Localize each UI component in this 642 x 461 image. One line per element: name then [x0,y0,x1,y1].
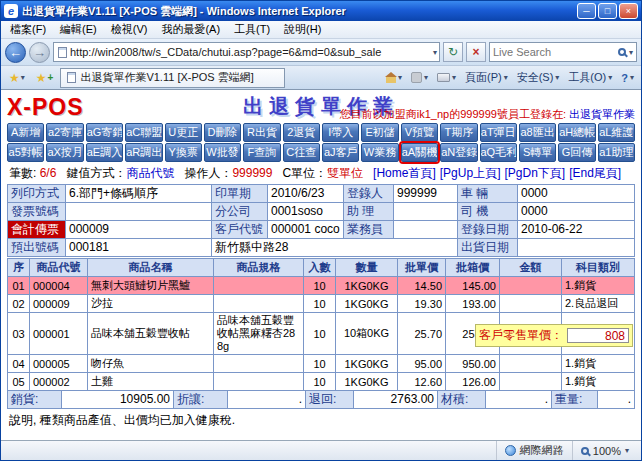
toolbar-button[interactable]: a8匯出 [519,123,556,142]
invoice-no-label: 發票號碼 [8,203,66,221]
search-input[interactable] [493,46,615,58]
toolbar-button[interactable]: aG寄銷 [86,123,123,142]
accounting-voucher-field[interactable]: 000009 [66,221,212,239]
forward-button[interactable]: → [29,42,50,63]
toolbar-button[interactable]: aN登錄 [440,143,477,162]
salesperson-field[interactable] [394,221,458,239]
tab-active[interactable]: 出退貨單作業V1.11 [X-POS 雲端網] [60,68,285,88]
safety-menu-button[interactable]: 安全(S)▾ [514,69,563,86]
address-input[interactable]: http://win2008/tw/s_CData/chutui.asp?pag… [53,42,440,62]
table-row[interactable]: 04 000005 吻仔魚 10 1KG0KG 95.00 950.00 1.銷… [8,355,635,373]
login-date-field[interactable]: 2010-06-22 [518,221,635,239]
toolbar-button[interactable]: aH總帳 [558,123,595,142]
search-icon[interactable] [618,48,626,56]
nav-link[interactable]: [PgDn下頁] [504,166,565,180]
toolbar-button[interactable]: A新增 [7,123,44,142]
tab-title: 出退貨單作業V1.11 [X-POS 雲端網] [80,70,253,85]
toolbar-button[interactable]: aE調入 [86,143,123,162]
refresh-button[interactable]: ↻ [443,42,463,62]
help-button[interactable]: ?▾ [618,71,637,85]
home-button[interactable]: ▾ [383,72,405,84]
discount-value: . [228,391,306,409]
ship-date-field[interactable] [518,239,635,257]
weight-label: 重量: [552,391,598,409]
col-code: 商品代號 [30,259,88,277]
page-menu-button[interactable]: 頁面(P)▾ [462,69,511,86]
toolbar-button[interactable]: aR調出 [125,143,162,162]
close-button[interactable]: × [619,3,638,19]
nav-link[interactable]: [End尾頁] [569,166,621,180]
nav-link[interactable]: [Home首頁] [373,166,436,180]
feeds-button[interactable]: ▾ [408,71,431,84]
table-row[interactable]: 01 000004 無刺大頭鰱切片黑鱸 10 1KG0KG 14.50 145.… [8,277,635,295]
zoom-dropdown-icon[interactable]: ▾ [625,446,629,455]
assistant-field[interactable] [394,203,458,221]
menu-item[interactable]: 說明(H) [277,21,328,38]
toolbar-button[interactable]: W業務 [361,143,398,162]
toolbar-button[interactable]: a1助理 [598,143,635,162]
toolbar-button[interactable]: a2寄庫 [46,123,83,142]
toolbar-button[interactable]: 2退貨 [283,123,320,142]
customer-code-field[interactable]: 000001 coco [268,221,344,239]
toolbar-button[interactable]: aQ毛利 [480,143,517,162]
toolbar-button[interactable]: aA關機 [401,143,438,162]
print-mode-field[interactable]: 6.部門+條碼順序 [66,185,212,203]
tools-menu-button[interactable]: 工具(O)▾ [565,69,615,86]
toolbar-button[interactable]: W批發 [204,143,241,162]
branch-field[interactable]: 0001soso [268,203,344,221]
toolbar-button[interactable]: aX按月 [46,143,83,162]
driver-field[interactable]: 0000 [518,203,635,221]
invoice-no-field[interactable] [66,203,212,221]
menu-item[interactable]: 編輯(E) [53,21,104,38]
back-button[interactable]: ← [5,42,26,63]
toolbar-button[interactable]: C往查 [283,143,320,162]
toolbar-button[interactable]: T期序 [440,123,477,142]
menu-item[interactable]: 檔案(F) [3,21,53,38]
toolbar-button[interactable]: aC聯盟 [125,123,162,142]
menu-bar: 檔案(F)編輯(E)檢視(V)我的最愛(A)工具(T)說明(H) [1,21,641,39]
menu-item[interactable]: 我的最愛(A) [154,21,227,38]
search-box[interactable]: ▾ [489,42,637,62]
toolbar-button[interactable]: F查詢 [243,143,280,162]
toolbar-button[interactable]: Y換票 [165,143,202,162]
toolbar-button[interactable]: R出貨 [243,123,280,142]
search-dropdown-icon[interactable]: ▾ [629,48,633,57]
toolbar-button[interactable]: a5對帳 [7,143,44,162]
assistant-label: 助 理 [344,203,394,221]
maximize-button[interactable]: □ [598,3,617,19]
toolbar-button[interactable]: V預覽 [401,123,438,142]
toolbar-button[interactable]: S轉單 [519,143,556,162]
toolbar-button[interactable]: I帶入 [322,123,359,142]
internet-zone-label: 網際網路 [520,443,564,458]
print-date-field[interactable]: 2010/6/23 [268,185,344,203]
address-dropdown-icon[interactable]: ▾ [433,48,437,57]
delivery-address-field[interactable]: 新竹縣中路28 [212,239,458,257]
vehicle-field[interactable]: 0000 [518,185,635,203]
add-favorite-star-icon: ★ [36,71,47,85]
toolbar-button[interactable]: aL維護 [598,123,635,142]
minimize-button[interactable]: ─ [577,3,596,19]
toolbar-button[interactable]: U更正 [165,123,202,142]
retail-price-label: 客戶零售單價： [479,327,563,344]
login-user-field[interactable]: 999999 [394,185,458,203]
toolbar-button[interactable]: D刪除 [204,123,241,142]
info-line: 筆數: 6/6 鍵值方式：商品代號 操作人：999999 C單位：雙單位 [Ho… [7,163,635,184]
zoom-control[interactable]: 100% ▾ [572,441,637,460]
menu-item[interactable]: 工具(T) [227,21,277,38]
toolbar-button[interactable]: E初儲 [361,123,398,142]
favorites-button[interactable]: ★▾ [5,69,29,87]
toolbar-button[interactable]: aT彈日 [480,123,517,142]
nav-link[interactable]: [PgUp上頁] [440,166,501,180]
unit-mode: C單位：雙單位 [282,165,363,182]
menu-item[interactable]: 檢視(V) [104,21,155,38]
retail-price-input[interactable]: 808 [567,328,629,343]
add-favorite-button[interactable]: ★+ [32,69,58,87]
salesperson-label: 業務員 [344,221,394,239]
table-row[interactable]: 05 000002 土雞 10 1KG0KG 12.60 126.00 1.銷貨 [8,373,635,391]
table-row[interactable]: 02 000009 沙拉 10 1KG0KG 19.30 193.00 2.良品… [8,295,635,313]
toolbar-button[interactable]: aJ客戶 [322,143,359,162]
stop-button[interactable]: × [466,42,486,62]
print-button[interactable]: ▾ [434,72,459,83]
preorder-no-field[interactable]: 000181 [66,239,212,257]
toolbar-button[interactable]: G回傳 [558,143,595,162]
